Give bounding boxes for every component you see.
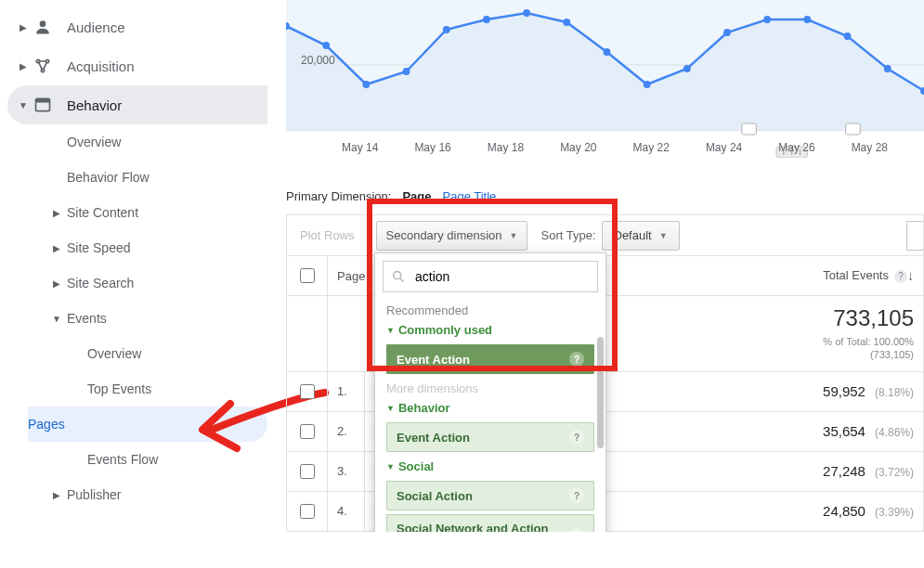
nav-label: Acquisition [67,58,135,74]
svg-point-11 [362,81,370,88]
primary-dimension-row: Primary Dimension: Page Page Title [286,189,924,203]
svg-point-2 [46,59,48,62]
svg-point-1 [36,59,39,62]
help-icon[interactable]: ? [569,488,584,503]
primary-dimension-label: Primary Dimension: [286,189,391,203]
help-icon[interactable]: ? [569,430,584,445]
caret-icon: ▶ [50,208,63,218]
search-icon [391,269,406,284]
svg-point-12 [403,68,410,75]
caret-down-icon: ▼ [386,326,395,335]
help-icon[interactable]: ? [894,270,907,283]
row-checkbox[interactable] [300,464,315,479]
nav-events-overview[interactable]: Overview [87,336,267,371]
svg-point-13 [443,26,450,33]
caret-icon: ▶ [50,243,63,253]
dropdown-cat-social[interactable]: ▼Social [375,456,605,477]
dropdown-item-event-action-2[interactable]: Event Action? [386,422,594,452]
caret-down-icon: ▼ [17,100,30,110]
nav-label: Behavior [67,97,122,113]
help-icon[interactable]: ? [570,528,584,532]
caret-down-icon: ▼ [50,314,63,324]
dropdown-search-input[interactable] [413,268,590,285]
svg-point-16 [563,19,570,26]
nav-label: Audience [67,19,125,35]
nav-acquisition[interactable]: ▶ Acquisition [7,46,267,85]
secondary-dimension-button[interactable]: Secondary dimension ▼ [376,221,528,251]
col-total-events[interactable]: Total Events? ↓ [602,256,924,296]
plot-rows-button: Plot Rows [287,215,369,255]
svg-rect-26 [742,123,757,135]
svg-point-19 [683,65,691,72]
svg-point-10 [322,42,330,49]
row-checkbox[interactable] [300,424,315,439]
nav-events-pages[interactable]: Pages [28,407,267,442]
select-all-checkbox[interactable] [300,268,315,283]
dropdown-item-social-network[interactable]: Social Network and Action (Hit)? [386,514,594,532]
dropdown-item-event-action[interactable]: Event Action? [386,344,594,374]
svg-point-24 [884,65,891,72]
caret-icon: ▶ [50,490,63,500]
svg-point-17 [604,48,611,56]
caret-icon: ▶ [17,22,30,32]
svg-point-15 [523,9,530,17]
svg-point-20 [723,29,731,36]
sort-type-label: Sort Type: [540,228,595,242]
chart-xticks: May 14May 16May 18May 20May 22May 24May … [342,141,924,154]
svg-point-32 [394,272,401,279]
nav-behavior-overview[interactable]: Overview [67,124,267,160]
svg-rect-27 [846,123,861,135]
sort-desc-icon: ↓ [907,268,914,283]
primary-dimension-pagetitle[interactable]: Page Title [443,189,497,203]
line-chart: 20,000 May 14May 16May 18May 20May 22May… [286,0,924,158]
dropdown-scrollbar[interactable] [597,337,604,448]
acquisition-icon [32,55,54,77]
nav-site-content[interactable]: ▶Site Content [67,195,267,230]
nav-behavior-flow[interactable]: Behavior Flow [67,160,267,195]
nav-publisher[interactable]: ▶Publisher [67,477,267,512]
nav-site-search[interactable]: ▶Site Search [67,265,267,301]
summary-total: 733,105 [611,305,914,331]
nav-top-events[interactable]: Top Events [87,371,267,407]
primary-dimension-page[interactable]: Page [402,189,431,203]
row-checkbox[interactable] [300,384,315,399]
table-toolbar: Plot Rows Secondary dimension ▼ Sort Typ… [286,214,924,255]
dropdown-cat-commonly-used[interactable]: ▼Commonly used [375,319,605,341]
svg-point-18 [644,81,651,88]
help-icon[interactable]: ? [569,352,584,367]
audience-icon [32,16,54,38]
caret-down-icon: ▼ [386,404,395,413]
svg-point-3 [41,69,44,71]
nav-audience[interactable]: ▶ Audience [7,7,267,46]
nav-behavior[interactable]: ▼ Behavior [7,85,267,124]
select-all-header[interactable] [287,256,328,296]
svg-rect-5 [36,98,50,102]
svg-point-21 [763,16,771,23]
dropdown-section-recommended: Recommended [375,300,605,319]
dropdown-search[interactable] [383,261,598,292]
summary-note: % of Total: 100.00%(733,105) [611,335,914,362]
caret-icon: ▶ [17,61,30,71]
sort-type-select[interactable]: Default ▼ [602,221,680,251]
nav-events[interactable]: ▼Events [67,301,267,336]
chevron-down-icon: ▼ [659,231,668,240]
table-search-input[interactable] [906,221,923,251]
svg-point-0 [40,20,46,27]
chart-ylabel: 20,000 [301,54,335,67]
nav-events-flow[interactable]: Events Flow [87,442,267,477]
behavior-icon [32,94,54,116]
caret-down-icon: ▼ [386,462,395,471]
dropdown-section-more: More dimensions [375,378,605,397]
svg-point-14 [483,16,490,23]
sidebar: ▶ Audience ▶ Acquisition ▼ Behavior Over… [0,0,279,532]
main-content: 20,000 May 14May 16May 18May 20May 22May… [279,0,924,532]
svg-point-23 [844,32,852,40]
dropdown-cat-behavior[interactable]: ▼Behavior [375,397,605,419]
row-checkbox[interactable] [300,504,315,519]
caret-icon: ▶ [50,278,63,289]
dropdown-item-social-action[interactable]: Social Action? [386,481,594,510]
nav-site-speed[interactable]: ▶Site Speed [67,230,267,265]
chevron-down-icon: ▼ [510,231,518,240]
dimension-dropdown: Recommended ▼Commonly used Event Action?… [374,252,606,532]
svg-point-22 [803,16,811,23]
